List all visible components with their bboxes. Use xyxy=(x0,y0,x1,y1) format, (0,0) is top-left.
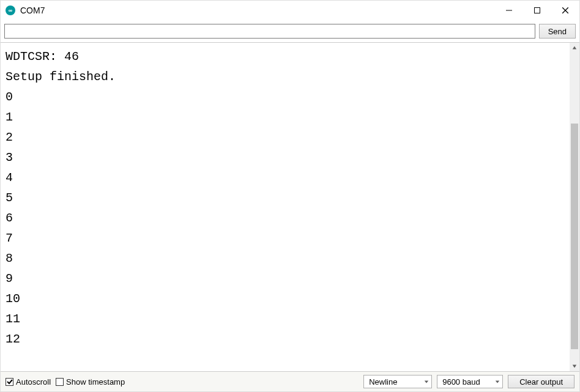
scroll-up-icon[interactable] xyxy=(570,43,579,53)
minimize-button[interactable] xyxy=(495,1,523,20)
clear-output-button[interactable]: Clear output xyxy=(508,375,574,388)
scrollbar-track[interactable] xyxy=(570,53,579,361)
autoscroll-label: Autoscroll xyxy=(16,377,51,386)
maximize-button[interactable] xyxy=(523,1,551,20)
svg-marker-7 xyxy=(496,380,499,383)
scrollbar-thumb[interactable] xyxy=(571,124,578,349)
line-ending-select[interactable]: Newline xyxy=(363,375,432,388)
show-timestamp-checkbox[interactable]: Show timestamp xyxy=(56,377,125,386)
baud-rate-select[interactable]: 9600 baud xyxy=(437,375,503,388)
window-title: COM7 xyxy=(20,6,495,15)
chevron-down-icon xyxy=(495,379,500,384)
svg-rect-1 xyxy=(535,8,540,13)
baud-rate-value: 9600 baud xyxy=(442,377,480,386)
arduino-icon: ∞ xyxy=(6,6,15,15)
send-button[interactable]: Send xyxy=(539,24,576,39)
vertical-scrollbar[interactable] xyxy=(570,43,579,371)
serial-output: WDTCSR: 46 Setup finished. 0 1 2 3 4 5 6… xyxy=(1,43,570,371)
scroll-down-icon[interactable] xyxy=(570,361,579,371)
checkbox-checked-icon xyxy=(6,378,13,386)
show-timestamp-label: Show timestamp xyxy=(66,377,125,386)
footer: Autoscroll Show timestamp Newline 9600 b… xyxy=(1,372,579,391)
send-row: Send xyxy=(1,20,579,43)
output-area: WDTCSR: 46 Setup finished. 0 1 2 3 4 5 6… xyxy=(1,43,579,372)
svg-marker-6 xyxy=(425,380,428,383)
svg-marker-4 xyxy=(573,46,576,50)
line-ending-value: Newline xyxy=(369,377,397,386)
window-controls xyxy=(495,1,579,20)
svg-marker-5 xyxy=(573,365,576,368)
close-button[interactable] xyxy=(551,1,579,20)
chevron-down-icon xyxy=(424,379,429,384)
serial-input[interactable] xyxy=(4,24,535,39)
autoscroll-checkbox[interactable]: Autoscroll xyxy=(6,377,51,386)
titlebar: ∞ COM7 xyxy=(1,1,579,20)
checkbox-unchecked-icon xyxy=(56,378,64,386)
